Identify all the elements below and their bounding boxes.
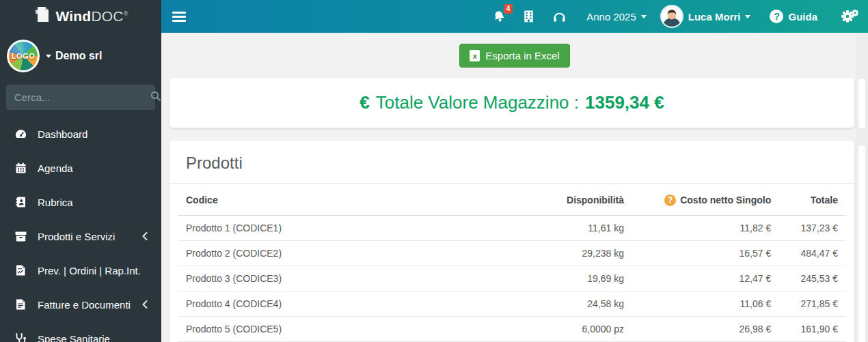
sidebar-item-label: Fatture e Documenti	[38, 299, 131, 311]
sidebar-item-prodotti-servizi[interactable]: Prodotti e Servizi	[0, 219, 161, 253]
sidebar-nav: Dashboard Agenda Rubrica Prodotti e Serv…	[0, 117, 161, 342]
app-window: WindDOC® LOGO Demo srl Dashboard	[0, 0, 868, 342]
chevron-down-icon	[641, 15, 647, 18]
products-card-header: Prodotti	[169, 141, 854, 184]
cell-costo-netto: 12,47 €	[632, 266, 779, 291]
column-codice: Codice	[178, 184, 485, 215]
table-row[interactable]: Prodotto 4 (CODICE4) 24,58 kg 11,06 € 27…	[178, 291, 846, 316]
sidebar-item-fatture-documenti[interactable]: Fatture e Documenti	[0, 287, 161, 322]
file-chart-icon	[14, 265, 27, 276]
products-card: Prodotti Codice Disponibilità ?Costo net…	[169, 141, 854, 342]
total-value-banner: € Totale Valore Magazzino : 1359,34 €	[169, 78, 854, 128]
sidebar: WindDOC® LOGO Demo srl Dashboard	[0, 0, 161, 342]
cell-disponibilita: 29,238 kg	[485, 240, 632, 266]
cell-codice: Prodotto 5 (CODICE5)	[178, 316, 485, 341]
export-area: x Esporta in Excel	[161, 33, 868, 68]
table-row[interactable]: Prodotto 3 (CODICE3) 19,69 kg 12,47 € 24…	[178, 266, 846, 291]
settings-gears-button[interactable]	[841, 9, 858, 24]
products-table-wrap: Codice Disponibilità ?Costo netto Singol…	[169, 184, 854, 342]
sidebar-item-label: Prodotti e Servizi	[38, 231, 115, 242]
sidebar-item-prev-ordini[interactable]: Prev. | Ordini | Rap.Int.	[0, 253, 161, 287]
year-selector[interactable]: Anno 2025	[586, 11, 647, 23]
sidebar-item-dashboard[interactable]: Dashboard	[0, 117, 161, 151]
company-logo-avatar: LOGO	[7, 40, 40, 72]
export-excel-button[interactable]: x Esporta in Excel	[459, 44, 569, 68]
products-table: Codice Disponibilità ?Costo netto Singol…	[178, 184, 846, 342]
support-headphones-button[interactable]	[553, 11, 566, 23]
cell-codice: Prodotto 4 (CODICE4)	[178, 291, 485, 316]
stethoscope-icon	[14, 333, 27, 342]
archive-box-icon	[14, 231, 27, 242]
help-button[interactable]: ? Guida	[770, 10, 817, 23]
hamburger-menu-icon[interactable]	[172, 10, 186, 24]
scrollbar[interactable]	[856, 33, 868, 342]
cell-totale: 484,47 €	[779, 240, 846, 266]
table-header-row: Codice Disponibilità ?Costo netto Singol…	[178, 184, 846, 215]
topbar: 4 Anno 2025 Luca Morri ? Guida	[161, 0, 868, 33]
account-switcher[interactable]: LOGO Demo srl	[0, 33, 161, 76]
sidebar-item-label: Prev. | Ordini | Rap.Int.	[38, 265, 141, 276]
chevron-down-icon	[745, 15, 750, 18]
user-avatar[interactable]	[662, 6, 682, 27]
cell-disponibilita: 19,69 kg	[485, 266, 632, 291]
cell-costo-netto: 11,82 €	[632, 215, 779, 240]
products-table-body: Prodotto 1 (CODICE1) 11,61 kg 11,82 € 13…	[178, 215, 846, 341]
total-value: 1359,34 €	[585, 92, 664, 113]
euro-icon: €	[360, 92, 369, 113]
main-content: x Esporta in Excel € Totale Valore Magaz…	[161, 33, 868, 342]
cell-totale: 161,90 €	[779, 316, 846, 341]
sidebar-item-label: Rubrica	[38, 197, 73, 208]
question-circle-icon: ?	[770, 10, 783, 23]
products-title: Prodotti	[186, 154, 838, 173]
sidebar-item-spese-sanitarie[interactable]: Spese Sanitarie	[0, 322, 161, 342]
brand-name: WindDOC®	[55, 8, 128, 25]
excel-file-icon: x	[470, 50, 480, 61]
column-totale: Totale	[779, 184, 846, 215]
cell-totale: 271,85 €	[779, 291, 846, 316]
address-book-icon	[14, 197, 27, 208]
cell-codice: Prodotto 1 (CODICE1)	[178, 215, 485, 240]
table-row[interactable]: Prodotto 2 (CODICE2) 29,238 kg 16,57 € 4…	[178, 240, 846, 266]
sidebar-item-label: Dashboard	[38, 128, 87, 140]
notifications-button[interactable]: 4	[493, 10, 506, 23]
total-label: Totale Valore Magazzino :	[376, 92, 579, 113]
column-costo-netto: ?Costo netto Singolo	[632, 184, 779, 215]
sidebar-item-label: Agenda	[38, 162, 73, 174]
cell-costo-netto: 26,98 €	[632, 316, 779, 341]
topbar-right: 4 Anno 2025 Luca Morri ? Guida	[493, 0, 868, 33]
company-building-button[interactable]	[524, 10, 534, 23]
dashboard-gauge-icon	[14, 129, 27, 139]
cell-codice: Prodotto 2 (CODICE2)	[178, 240, 485, 266]
chevron-left-icon	[142, 299, 148, 311]
cell-disponibilita: 6,0000 pz	[485, 316, 632, 341]
sidebar-item-label: Spese Sanitarie	[38, 333, 110, 342]
chevron-down-icon	[46, 55, 51, 58]
notification-badge: 4	[504, 4, 513, 14]
company-name[interactable]: Demo srl	[46, 50, 102, 62]
column-disponibilita: Disponibilità	[485, 184, 632, 215]
table-row[interactable]: Prodotto 5 (CODICE5) 6,0000 pz 26,98 € 1…	[178, 316, 846, 341]
calendar-icon	[14, 162, 27, 173]
help-tooltip-icon[interactable]: ?	[664, 195, 676, 206]
sidebar-search[interactable]	[6, 85, 155, 110]
user-menu[interactable]: Luca Morri	[688, 11, 751, 23]
scrollbar-segment	[858, 145, 865, 342]
document-icon	[14, 299, 27, 310]
search-input[interactable]	[14, 91, 150, 103]
cell-costo-netto: 16,57 €	[632, 240, 779, 266]
brand-logo[interactable]: WindDOC®	[0, 0, 161, 33]
winddoc-document-icon	[33, 5, 51, 27]
sidebar-item-rubrica[interactable]: Rubrica	[0, 185, 161, 219]
sidebar-item-agenda[interactable]: Agenda	[0, 151, 161, 185]
cell-totale: 137,23 €	[779, 215, 846, 240]
cell-disponibilita: 11,61 kg	[485, 215, 632, 240]
search-icon[interactable]	[150, 91, 161, 104]
cell-totale: 245,53 €	[779, 266, 846, 291]
cell-disponibilita: 24,58 kg	[485, 291, 632, 316]
chevron-left-icon	[142, 231, 148, 242]
scrollbar-segment	[858, 79, 865, 128]
table-row[interactable]: Prodotto 1 (CODICE1) 11,61 kg 11,82 € 13…	[178, 215, 846, 240]
cell-costo-netto: 11,06 €	[632, 291, 779, 316]
cell-codice: Prodotto 3 (CODICE3)	[178, 266, 485, 291]
